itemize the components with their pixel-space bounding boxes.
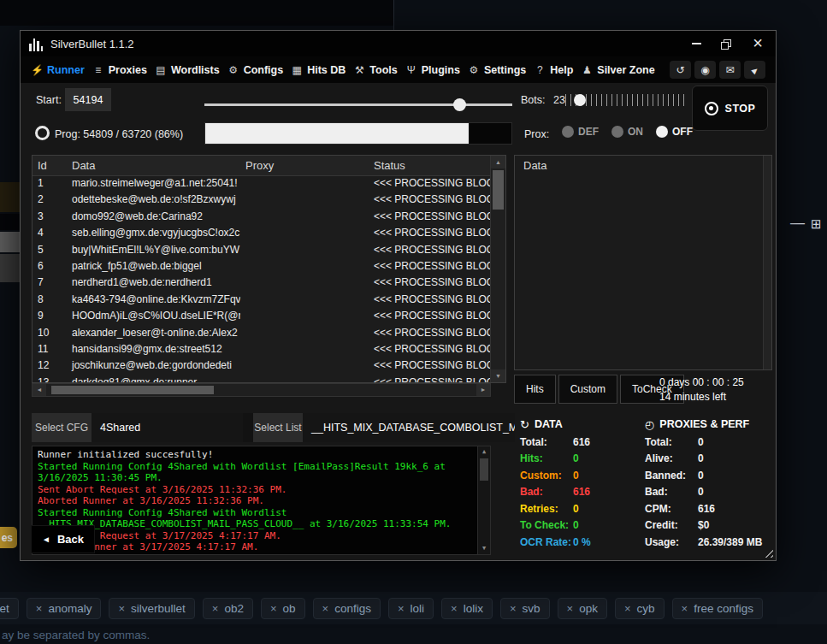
cell-data: seb.elling@gmx.de:vgyjucgbsC!ox2c bbox=[67, 225, 240, 241]
tag-chip[interactable]: ×et bbox=[0, 598, 19, 619]
history-button[interactable]: ↺ bbox=[670, 61, 691, 79]
camera-button[interactable]: ◉ bbox=[694, 61, 716, 79]
stat-label: Bad: bbox=[520, 486, 573, 498]
table-row[interactable]: 7nerdherd1@web.de:nerdherd1<<< PROCESSIN… bbox=[32, 275, 491, 291]
chip-label: free configs bbox=[694, 602, 753, 615]
chip-close-icon[interactable]: × bbox=[451, 602, 458, 615]
maximize-button[interactable] bbox=[711, 31, 740, 56]
tag-chip[interactable]: ×free configs bbox=[672, 598, 763, 619]
chip-close-icon[interactable]: × bbox=[624, 602, 631, 615]
tab-hits[interactable]: Hits bbox=[514, 375, 556, 404]
table-row[interactable]: 11hansidansi99@gmx.de:street512<<< PROCE… bbox=[32, 341, 491, 357]
prox-mode-off[interactable]: OFF bbox=[656, 126, 693, 138]
tag-chip[interactable]: ×silverbullet bbox=[109, 598, 194, 619]
stat-label: Total: bbox=[520, 436, 573, 448]
scrollbar-thumb[interactable] bbox=[51, 386, 214, 394]
chat-button[interactable]: ✉ bbox=[719, 61, 741, 79]
table-row[interactable]: 10alexander_loeser@t-online.de:Alex2<<< … bbox=[32, 325, 491, 341]
cell-id: 6 bbox=[32, 258, 67, 275]
stop-button[interactable]: STOP bbox=[692, 86, 768, 131]
chip-close-icon[interactable]: × bbox=[510, 602, 517, 615]
menu-item-wordlists[interactable]: ▤Wordlists bbox=[155, 64, 220, 76]
tag-chip[interactable]: ×ob2 bbox=[203, 598, 253, 619]
table-row[interactable]: 3domo992@web.de:Carina92<<< PROCESSING B… bbox=[32, 209, 491, 225]
panel-scrollbar[interactable] bbox=[763, 156, 771, 369]
menu-item-configs[interactable]: ⚙Configs bbox=[227, 64, 284, 76]
chip-close-icon[interactable]: × bbox=[398, 602, 405, 615]
scroll-left-icon[interactable]: ◄ bbox=[32, 384, 46, 396]
titlebar[interactable]: SilverBullet 1.1.2 × bbox=[21, 31, 776, 56]
progress-label: Prog: 54809 / 63720 (86%) bbox=[55, 128, 183, 140]
start-input[interactable] bbox=[65, 88, 111, 111]
cell-status: <<< PROCESSING BLOCK bbox=[369, 258, 491, 275]
menu-item-silver-zone[interactable]: ♟Silver Zone bbox=[581, 64, 654, 76]
slider-thumb[interactable] bbox=[453, 98, 466, 111]
prox-mode-label: ON bbox=[628, 126, 643, 138]
send-button[interactable]: ► bbox=[744, 61, 765, 79]
tag-chip[interactable]: ×ob bbox=[261, 598, 305, 619]
minimize-button[interactable] bbox=[682, 31, 711, 56]
tag-chip[interactable]: ×loli bbox=[388, 598, 434, 619]
chip-close-icon[interactable]: × bbox=[270, 602, 277, 615]
menu-item-proxies[interactable]: ≡Proxies bbox=[92, 64, 147, 76]
chip-close-icon[interactable]: × bbox=[322, 602, 329, 615]
wordlist-name-field[interactable]: __HITS_MIX_DATABASE_COMBOLIST_MAIL_PASS_… bbox=[303, 413, 515, 442]
table-row[interactable]: 1mario.streimelweger@a1.net:25041!<<< PR… bbox=[32, 175, 491, 192]
tag-chip[interactable]: ×cyb bbox=[615, 598, 665, 619]
table-row[interactable]: 13darkdog81@gmx.de:runner<<< PROCESSING … bbox=[32, 375, 491, 382]
table-row[interactable]: 12joschikunze@web.de:gordondedeti<<< PRO… bbox=[32, 357, 491, 374]
table-row[interactable]: 4seb.elling@gmx.de:vgyjucgbsC!ox2c<<< PR… bbox=[32, 225, 491, 241]
chip-close-icon[interactable]: × bbox=[567, 602, 574, 615]
chip-close-icon[interactable]: × bbox=[212, 602, 219, 615]
log-scrollbar[interactable]: ▲ ▼ bbox=[477, 446, 490, 554]
chip-close-icon[interactable]: × bbox=[682, 602, 688, 615]
chip-label: lolix bbox=[464, 602, 483, 615]
tab-custom[interactable]: Custom bbox=[558, 375, 617, 404]
tag-chip[interactable]: ×svb bbox=[500, 598, 550, 619]
scrollbar-thumb[interactable] bbox=[493, 170, 504, 210]
scroll-down-icon[interactable]: ▼ bbox=[478, 543, 490, 554]
tag-chip[interactable]: ×configs bbox=[313, 598, 381, 619]
close-button[interactable]: × bbox=[740, 31, 776, 56]
tag-chip[interactable]: ×lolix bbox=[441, 598, 493, 619]
tag-chip[interactable]: ×opk bbox=[558, 598, 607, 619]
menu-item-plugins[interactable]: ΨPlugins bbox=[405, 64, 460, 76]
select-cfg-button[interactable]: Select CFG bbox=[32, 413, 92, 442]
cell-status: <<< PROCESSING BLOCK bbox=[369, 192, 491, 208]
prox-mode-on[interactable]: ON bbox=[611, 126, 643, 138]
table-row[interactable]: 5buy|WhitEmEl!L%Y@live.com:buYW<<< PROCE… bbox=[32, 242, 491, 258]
table-row[interactable]: 2odettebeske@web.de:o!sf2Bzxwywj<<< PROC… bbox=[32, 192, 491, 208]
scroll-up-icon[interactable]: ▲ bbox=[478, 446, 490, 458]
cell-data: HOOdmA)iL@sC%IOU.dseLIE*R(@r bbox=[67, 308, 240, 324]
chip-close-icon[interactable]: × bbox=[36, 602, 43, 615]
scrollbar-thumb[interactable] bbox=[480, 458, 488, 481]
horizontal-scrollbar[interactable]: ◄ ► bbox=[32, 383, 491, 397]
scroll-right-icon[interactable]: ► bbox=[476, 384, 490, 396]
scroll-up-icon[interactable]: ▲ bbox=[491, 156, 505, 168]
left-edge-chip[interactable]: es bbox=[0, 527, 17, 548]
vertical-scrollbar[interactable]: ▲ ▼ bbox=[490, 156, 505, 382]
prox-mode-def[interactable]: DEF bbox=[562, 126, 599, 138]
configs-icon: ⚙ bbox=[227, 64, 239, 76]
cell-proxy bbox=[240, 275, 369, 291]
back-button[interactable]: ◄ Back bbox=[31, 525, 95, 553]
menu-item-runner[interactable]: ⚡Runner bbox=[31, 64, 85, 76]
select-list-button[interactable]: Select List bbox=[253, 413, 303, 442]
table-row[interactable]: 6patrick_fp51@web.de:biggel<<< PROCESSIN… bbox=[32, 258, 491, 275]
menu-item-settings[interactable]: ⚙Settings bbox=[468, 64, 526, 76]
bots-slider[interactable] bbox=[565, 91, 685, 109]
menu-item-help[interactable]: ?Help bbox=[534, 64, 573, 76]
menu-label: Wordlists bbox=[171, 64, 220, 76]
scroll-down-icon[interactable]: ▼ bbox=[491, 369, 505, 382]
slider-thumb[interactable] bbox=[574, 94, 586, 106]
threads-slider[interactable] bbox=[204, 98, 512, 111]
cell-id: 13 bbox=[32, 375, 67, 382]
menu-item-hits-db[interactable]: ▦Hits DB bbox=[291, 64, 346, 76]
chip-close-icon[interactable]: × bbox=[118, 602, 125, 615]
table-row[interactable]: 9HOOdmA)iL@sC%IOU.dseLIE*R(@r<<< PROCESS… bbox=[32, 308, 491, 324]
tag-chip[interactable]: ×anomaly bbox=[27, 598, 102, 619]
config-name-field[interactable]: 4Shared bbox=[92, 413, 243, 442]
table-row[interactable]: 8ka4643-794@online.de:Kkvzm7ZFqv<<< PROC… bbox=[32, 292, 491, 308]
menu-item-tools[interactable]: ⚒Tools bbox=[353, 64, 397, 76]
stat-row: Alive:0 bbox=[645, 451, 771, 468]
